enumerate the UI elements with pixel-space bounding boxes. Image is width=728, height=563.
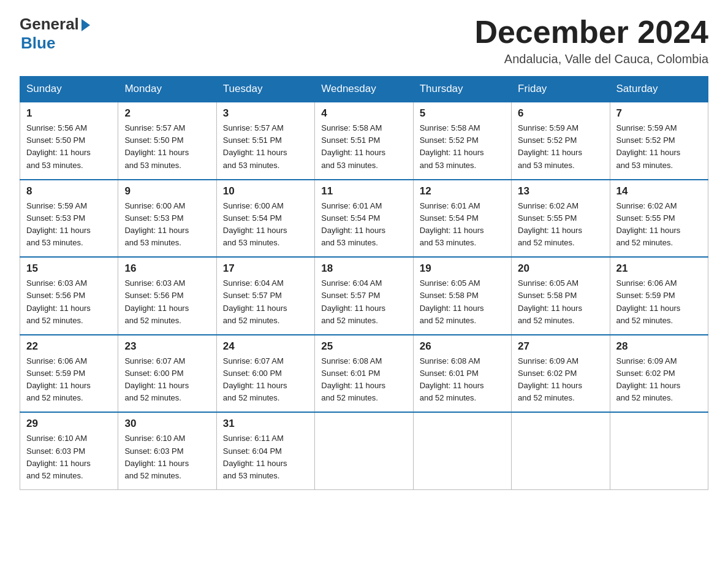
day-number: 21 [616,262,702,275]
day-number: 8 [26,185,112,197]
calendar-day-cell: 3Sunrise: 5:57 AM Sunset: 5:51 PM Daylig… [216,102,314,180]
day-number: 2 [124,107,210,120]
day-number: 31 [223,418,308,430]
day-number: 20 [518,262,603,275]
logo-blue-text: Blue [21,34,55,53]
calendar-header-row: SundayMondayTuesdayWednesdayThursdayFrid… [20,77,708,102]
calendar-day-cell: 17Sunrise: 6:04 AM Sunset: 5:57 PM Dayli… [216,257,314,335]
day-info: Sunrise: 5:57 AM Sunset: 5:50 PM Dayligh… [124,122,210,172]
day-number: 30 [124,418,210,430]
calendar-day-cell: 12Sunrise: 6:01 AM Sunset: 5:54 PM Dayli… [413,180,511,258]
day-info: Sunrise: 6:05 AM Sunset: 5:58 PM Dayligh… [420,277,505,327]
day-info: Sunrise: 5:59 AM Sunset: 5:52 PM Dayligh… [518,122,603,172]
calendar-day-cell: 8Sunrise: 5:59 AM Sunset: 5:53 PM Daylig… [20,180,118,258]
page-header: General Blue December 2024 Andalucia, Va… [20,15,708,66]
day-info: Sunrise: 5:58 AM Sunset: 5:51 PM Dayligh… [321,122,406,172]
day-info: Sunrise: 6:03 AM Sunset: 5:56 PM Dayligh… [26,277,112,327]
logo-arrow-icon [82,19,90,31]
location-text: Andalucia, Valle del Cauca, Colombia [474,52,708,66]
calendar-day-cell: 24Sunrise: 6:07 AM Sunset: 6:00 PM Dayli… [216,335,314,413]
logo-general-text: General [20,15,79,34]
calendar-day-cell: 31Sunrise: 6:11 AM Sunset: 6:04 PM Dayli… [216,412,314,489]
day-number: 26 [420,340,505,353]
day-info: Sunrise: 6:11 AM Sunset: 6:04 PM Dayligh… [223,432,308,482]
calendar-day-cell: 2Sunrise: 5:57 AM Sunset: 5:50 PM Daylig… [118,102,216,180]
day-info: Sunrise: 5:59 AM Sunset: 5:53 PM Dayligh… [26,200,112,250]
day-number: 18 [321,262,406,275]
calendar-day-header: Monday [118,77,216,102]
calendar-day-cell: 1Sunrise: 5:56 AM Sunset: 5:50 PM Daylig… [20,102,118,180]
day-info: Sunrise: 6:03 AM Sunset: 5:56 PM Dayligh… [124,277,210,327]
calendar-day-header: Friday [512,77,610,102]
day-number: 28 [616,340,702,353]
calendar-day-cell [315,412,413,489]
calendar-day-cell: 6Sunrise: 5:59 AM Sunset: 5:52 PM Daylig… [512,102,610,180]
calendar-day-header: Sunday [20,77,118,102]
calendar-day-cell: 11Sunrise: 6:01 AM Sunset: 5:54 PM Dayli… [315,180,413,258]
calendar-day-cell: 27Sunrise: 6:09 AM Sunset: 6:02 PM Dayli… [512,335,610,413]
calendar-day-cell: 19Sunrise: 6:05 AM Sunset: 5:58 PM Dayli… [413,257,511,335]
day-info: Sunrise: 6:10 AM Sunset: 6:03 PM Dayligh… [26,432,112,482]
calendar-day-cell: 18Sunrise: 6:04 AM Sunset: 5:57 PM Dayli… [315,257,413,335]
day-number: 10 [223,185,308,197]
day-info: Sunrise: 5:58 AM Sunset: 5:52 PM Dayligh… [420,122,505,172]
day-info: Sunrise: 6:01 AM Sunset: 5:54 PM Dayligh… [420,200,505,250]
day-info: Sunrise: 6:01 AM Sunset: 5:54 PM Dayligh… [321,200,406,250]
calendar-day-cell: 29Sunrise: 6:10 AM Sunset: 6:03 PM Dayli… [20,412,118,489]
day-number: 29 [26,418,112,430]
calendar-week-row: 29Sunrise: 6:10 AM Sunset: 6:03 PM Dayli… [20,412,708,489]
calendar-day-cell: 5Sunrise: 5:58 AM Sunset: 5:52 PM Daylig… [413,102,511,180]
calendar-day-cell: 7Sunrise: 5:59 AM Sunset: 5:52 PM Daylig… [610,102,708,180]
calendar-day-cell: 23Sunrise: 6:07 AM Sunset: 6:00 PM Dayli… [118,335,216,413]
day-info: Sunrise: 6:07 AM Sunset: 6:00 PM Dayligh… [223,355,308,405]
day-number: 15 [26,262,112,275]
day-info: Sunrise: 6:06 AM Sunset: 5:59 PM Dayligh… [616,277,702,327]
day-info: Sunrise: 6:08 AM Sunset: 6:01 PM Dayligh… [420,355,505,405]
day-number: 12 [420,185,505,197]
calendar-day-cell: 30Sunrise: 6:10 AM Sunset: 6:03 PM Dayli… [118,412,216,489]
day-number: 27 [518,340,603,353]
day-number: 6 [518,107,603,120]
day-info: Sunrise: 6:00 AM Sunset: 5:53 PM Dayligh… [124,200,210,250]
calendar-day-cell: 26Sunrise: 6:08 AM Sunset: 6:01 PM Dayli… [413,335,511,413]
day-info: Sunrise: 6:04 AM Sunset: 5:57 PM Dayligh… [321,277,406,327]
day-info: Sunrise: 6:02 AM Sunset: 5:55 PM Dayligh… [616,200,702,250]
calendar-day-cell [512,412,610,489]
day-number: 1 [26,107,112,120]
month-title: December 2024 [474,15,708,50]
day-info: Sunrise: 5:59 AM Sunset: 5:52 PM Dayligh… [616,122,702,172]
calendar-day-header: Tuesday [216,77,314,102]
day-info: Sunrise: 5:56 AM Sunset: 5:50 PM Dayligh… [26,122,112,172]
calendar-day-cell [413,412,511,489]
day-number: 17 [223,262,308,275]
calendar-day-cell: 9Sunrise: 6:00 AM Sunset: 5:53 PM Daylig… [118,180,216,258]
calendar-day-header: Saturday [610,77,708,102]
day-info: Sunrise: 6:00 AM Sunset: 5:54 PM Dayligh… [223,200,308,250]
day-number: 11 [321,185,406,197]
day-info: Sunrise: 6:08 AM Sunset: 6:01 PM Dayligh… [321,355,406,405]
day-info: Sunrise: 6:02 AM Sunset: 5:55 PM Dayligh… [518,200,603,250]
day-number: 23 [124,340,210,353]
calendar-day-cell: 21Sunrise: 6:06 AM Sunset: 5:59 PM Dayli… [610,257,708,335]
day-number: 19 [420,262,505,275]
day-number: 24 [223,340,308,353]
day-info: Sunrise: 6:04 AM Sunset: 5:57 PM Dayligh… [223,277,308,327]
day-number: 14 [616,185,702,197]
calendar-week-row: 8Sunrise: 5:59 AM Sunset: 5:53 PM Daylig… [20,180,708,258]
day-info: Sunrise: 6:10 AM Sunset: 6:03 PM Dayligh… [124,432,210,482]
day-info: Sunrise: 6:05 AM Sunset: 5:58 PM Dayligh… [518,277,603,327]
day-number: 22 [26,340,112,353]
calendar-table: SundayMondayTuesdayWednesdayThursdayFrid… [20,76,708,490]
calendar-day-cell: 28Sunrise: 6:09 AM Sunset: 6:02 PM Dayli… [610,335,708,413]
calendar-week-row: 22Sunrise: 6:06 AM Sunset: 5:59 PM Dayli… [20,335,708,413]
day-info: Sunrise: 6:09 AM Sunset: 6:02 PM Dayligh… [518,355,603,405]
calendar-day-header: Thursday [413,77,511,102]
logo: General Blue [20,15,90,53]
calendar-day-cell: 13Sunrise: 6:02 AM Sunset: 5:55 PM Dayli… [512,180,610,258]
calendar-day-cell: 10Sunrise: 6:00 AM Sunset: 5:54 PM Dayli… [216,180,314,258]
calendar-day-cell: 15Sunrise: 6:03 AM Sunset: 5:56 PM Dayli… [20,257,118,335]
calendar-day-cell: 16Sunrise: 6:03 AM Sunset: 5:56 PM Dayli… [118,257,216,335]
day-info: Sunrise: 6:06 AM Sunset: 5:59 PM Dayligh… [26,355,112,405]
calendar-day-cell: 20Sunrise: 6:05 AM Sunset: 5:58 PM Dayli… [512,257,610,335]
calendar-week-row: 15Sunrise: 6:03 AM Sunset: 5:56 PM Dayli… [20,257,708,335]
